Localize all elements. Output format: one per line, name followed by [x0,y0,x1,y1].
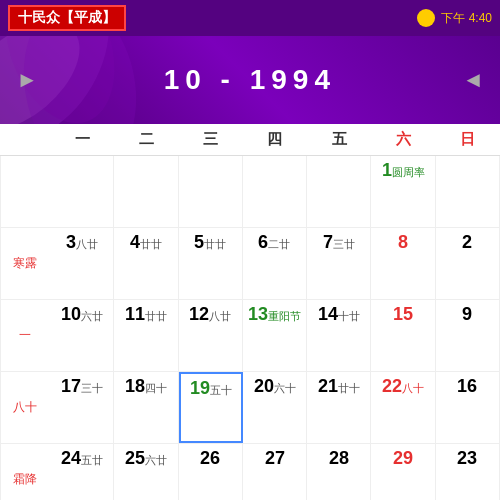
weekday-sun: 日 [436,124,500,155]
weekday-sat: 六 [371,124,435,155]
next-month-button[interactable]: ► [16,67,38,93]
month-header: ◄ 1994 - 10 ► [0,36,500,124]
calendar-grid: 一 二 三 四 五 六 日 1圆周率寒露3八廿4廿廿5廿廿6二廿7三廿82一10… [0,124,500,500]
weekday-wed: 三 [179,124,243,155]
day-cell-r3-d4[interactable]: 21廿十 [307,372,371,443]
day-cell-r4-d4[interactable]: 28 [307,444,371,500]
coin-icon [417,9,435,27]
month-title: 1994 - 10 [164,64,336,96]
weekday-tue: 二 [114,124,178,155]
day-cell-r1-d2[interactable]: 5廿廿 [179,228,243,299]
calendar-row-4: 霜降24五廿25六廿2627282923 [0,444,500,500]
day-cell-r1-d1[interactable]: 4廿廿 [114,228,178,299]
day-cell-r2-d3[interactable]: 13重阳节 [243,300,307,371]
day-cell-r4-d2[interactable]: 26 [179,444,243,500]
day-cell-r3-d2[interactable]: 19五十 [179,372,243,443]
top-bar: 十民众【平成】 下午 4:40 [0,0,500,36]
side-label-1: 寒露 [0,228,50,299]
side-label-3: 八十 [0,372,50,443]
weekday-mon: 一 [50,124,114,155]
day-cell-r0-d1[interactable] [114,156,178,227]
day-cell-r4-d5[interactable]: 29 [371,444,435,500]
side-label-4: 霜降 [0,444,50,500]
side-label-header [0,124,50,155]
day-cell-r3-d5[interactable]: 22八十 [371,372,435,443]
day-cell-r3-d3[interactable]: 20六十 [243,372,307,443]
day-cell-r2-d5[interactable]: 15 [371,300,435,371]
calendar-row-3: 八十17三十18四十19五十20六十21廿十22八十16 [0,372,500,444]
status-area: 下午 4:40 [417,9,492,27]
weekday-header: 一 二 三 四 五 六 日 [0,124,500,156]
day-cell-r3-d6[interactable]: 16 [436,372,500,443]
day-cell-r3-d0[interactable]: 17三十 [50,372,114,443]
day-cell-r0-d3[interactable] [243,156,307,227]
side-label-0 [0,156,50,227]
day-cell-r4-d6[interactable]: 23 [436,444,500,500]
day-cell-r2-d6[interactable]: 9 [436,300,500,371]
weekday-thu: 四 [243,124,307,155]
weekday-fri: 五 [307,124,371,155]
day-cell-r4-d0[interactable]: 24五廿 [50,444,114,500]
day-cell-r0-d6[interactable] [436,156,500,227]
day-cell-r1-d4[interactable]: 7三廿 [307,228,371,299]
day-cell-r0-d2[interactable] [179,156,243,227]
calendar-row-1: 寒露3八廿4廿廿5廿廿6二廿7三廿82 [0,228,500,300]
calendar-row-2: 一10六廿11廿廿12八廿13重阳节14十廿159 [0,300,500,372]
day-cell-r0-d0[interactable] [50,156,114,227]
day-cell-r4-d1[interactable]: 25六廿 [114,444,178,500]
calendar-row-0: 1圆周率 [0,156,500,228]
day-cell-r1-d6[interactable]: 2 [436,228,500,299]
side-label-2: 一 [0,300,50,371]
day-cell-r2-d2[interactable]: 12八廿 [179,300,243,371]
day-cell-r2-d0[interactable]: 10六廿 [50,300,114,371]
day-cell-r1-d5[interactable]: 8 [371,228,435,299]
day-cell-r0-d5[interactable]: 1圆周率 [371,156,435,227]
day-cell-r1-d3[interactable]: 6二廿 [243,228,307,299]
day-cell-r0-d4[interactable] [307,156,371,227]
day-cell-r3-d1[interactable]: 18四十 [114,372,178,443]
day-cell-r2-d1[interactable]: 11廿廿 [114,300,178,371]
prev-month-button[interactable]: ◄ [462,67,484,93]
day-cell-r4-d3[interactable]: 27 [243,444,307,500]
calendar-app: 十民众【平成】 下午 4:40 ◄ 1994 - 10 ► [0,0,500,500]
app-title: 十民众【平成】 [8,5,126,31]
day-cell-r1-d0[interactable]: 3八廿 [50,228,114,299]
day-cell-r2-d4[interactable]: 14十廿 [307,300,371,371]
calendar-rows: 1圆周率寒露3八廿4廿廿5廿廿6二廿7三廿82一10六廿11廿廿12八廿13重阳… [0,156,500,500]
